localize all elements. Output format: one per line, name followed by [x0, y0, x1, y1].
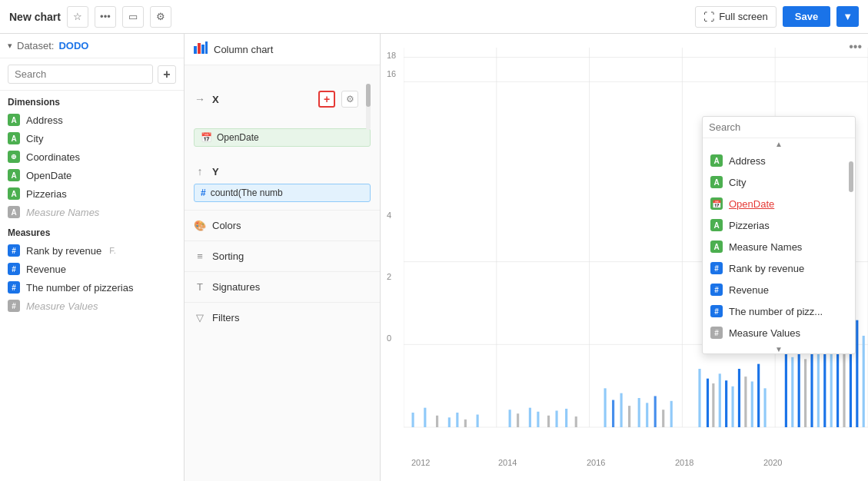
sidebar-item-number-pizzerias[interactable]: # The number of pizzerias — [0, 278, 184, 297]
badge-cal-icon: 📅 — [710, 197, 723, 210]
dropdown-item-measure-names[interactable]: A Measure Names — [703, 236, 855, 257]
chart-type-row: Column chart — [185, 34, 380, 65]
item-label: Rank by revenue — [26, 245, 101, 257]
svg-rect-28 — [565, 409, 567, 427]
y-label-4: 4 — [387, 211, 391, 220]
page-title: New chart — [9, 11, 61, 23]
add-dimension-button[interactable]: + — [158, 65, 176, 84]
sidebar-item-measure-names[interactable]: A Measure Names — [0, 203, 184, 221]
x-axis-icon: → — [194, 93, 206, 105]
item-label: OpenDate — [729, 198, 774, 210]
svg-rect-51 — [791, 357, 793, 427]
x-field-opendate[interactable]: 📅 OpenDate — [194, 128, 371, 147]
colors-icon: 🎨 — [194, 220, 206, 231]
item-label: Measure Values — [26, 300, 98, 312]
sorting-row[interactable]: ≡ Sorting — [194, 246, 371, 267]
item-label: Measure Values — [729, 327, 800, 339]
badge-hash-icon: # — [8, 300, 20, 312]
item-label: Coordinates — [26, 151, 80, 163]
expand-button[interactable]: ▭ — [122, 6, 144, 28]
x-settings-button[interactable]: ⚙ — [341, 91, 358, 108]
dropdown-scrollbar[interactable] — [849, 138, 853, 353]
badge-hash-icon: # — [8, 281, 20, 294]
chevron-down-icon[interactable]: ▾ — [8, 41, 12, 51]
y-label-16: 16 — [387, 69, 396, 78]
save-dropdown-button[interactable]: ▼ — [836, 6, 859, 27]
dropdown-item-address[interactable]: A Address — [703, 150, 855, 171]
search-input[interactable] — [8, 65, 153, 84]
sidebar-item-measure-values[interactable]: # Measure Values — [0, 297, 184, 315]
svg-rect-52 — [798, 344, 800, 427]
fullscreen-button[interactable]: ⛶ Full screen — [695, 6, 777, 28]
dropdown-item-revenue[interactable]: # Revenue — [703, 279, 855, 300]
item-label: Revenue — [26, 264, 66, 275]
svg-rect-40 — [707, 379, 709, 427]
hash-icon: # — [201, 187, 206, 198]
svg-rect-18 — [448, 417, 451, 427]
save-button[interactable]: Save — [783, 6, 830, 27]
item-label: OpenDate — [26, 170, 72, 181]
sidebar-item-address[interactable]: A Address — [0, 111, 184, 129]
top-bar-right: ⛶ Full screen Save ▼ — [695, 6, 859, 28]
colors-label: Colors — [212, 220, 241, 231]
sorting-label: Sorting — [212, 250, 244, 262]
sidebar-item-rank-revenue[interactable]: # Rank by revenue F. — [0, 241, 184, 260]
svg-rect-21 — [477, 415, 479, 427]
badge-a-icon: A — [8, 206, 20, 218]
sorting-icon: ≡ — [194, 250, 206, 262]
badge-hash-icon: # — [710, 305, 723, 317]
svg-rect-22 — [509, 410, 511, 427]
badge-hash-icon: # — [8, 244, 20, 257]
svg-rect-47 — [751, 381, 753, 427]
dropdown-search-input[interactable] — [709, 121, 849, 133]
svg-rect-1 — [198, 43, 201, 54]
sidebar-item-revenue[interactable]: # Revenue — [0, 260, 184, 278]
svg-rect-33 — [628, 406, 630, 427]
item-label: Measure Names — [26, 207, 99, 218]
badge-hash-icon: # — [8, 263, 20, 275]
signatures-row[interactable]: T Signatures — [194, 277, 371, 297]
badge-a-icon: A — [710, 154, 723, 167]
sidebar-item-opendate[interactable]: A OpenDate — [0, 166, 184, 184]
filters-row[interactable]: ▽ Filters — [194, 307, 371, 328]
item-label: Address — [729, 155, 766, 167]
sidebar-item-city[interactable]: A City — [0, 129, 184, 148]
measures-title: Measures — [0, 221, 184, 241]
svg-rect-55 — [817, 354, 820, 427]
y-label-2: 2 — [387, 272, 391, 281]
badge-hash-icon: # — [710, 284, 723, 296]
x-add-button[interactable]: + — [318, 91, 335, 108]
field-dropdown: ▲ A Address A City 📅 OpenDate A Pizzeria… — [702, 116, 856, 354]
dropdown-item-city[interactable]: A City — [703, 171, 855, 193]
svg-rect-59 — [843, 351, 845, 427]
svg-rect-34 — [638, 398, 640, 427]
svg-rect-62 — [863, 336, 865, 427]
more-button[interactable]: ••• — [95, 6, 116, 28]
dropdown-item-opendate[interactable]: 📅 OpenDate — [703, 193, 855, 214]
y-axis-icon: ↑ — [194, 165, 206, 177]
colors-row[interactable]: 🎨 Colors — [194, 215, 371, 236]
x-label-2014: 2014 — [498, 458, 517, 467]
filters-section: ▽ Filters — [185, 302, 380, 333]
svg-rect-60 — [850, 343, 852, 427]
x-label-2018: 2018 — [675, 458, 693, 467]
settings-button[interactable]: ⚙ — [150, 6, 171, 28]
svg-rect-17 — [436, 416, 438, 427]
dropdown-item-pizzerias[interactable]: A Pizzerias — [703, 214, 855, 236]
scroll-up-icon: ▲ — [703, 138, 855, 150]
sidebar-item-pizzerias[interactable]: A Pizzerias — [0, 184, 184, 203]
dropdown-item-measure-values[interactable]: # Measure Values — [703, 322, 855, 343]
dropdown-item-number-pizz[interactable]: # The number of pizz... — [703, 300, 855, 322]
dropdown-item-rank-revenue[interactable]: # Rank by revenue — [703, 257, 855, 279]
svg-rect-39 — [698, 369, 700, 427]
sidebar-item-coordinates[interactable]: ⊕ Coordinates — [0, 148, 184, 166]
svg-rect-19 — [456, 413, 458, 427]
dropdown-search-row — [703, 117, 855, 138]
column-chart-icon — [194, 41, 208, 57]
svg-rect-61 — [856, 320, 858, 427]
sorting-section: ≡ Sorting — [185, 240, 380, 271]
calendar-icon: 📅 — [201, 132, 212, 143]
y-field-countd[interactable]: # countd(The numb — [194, 184, 371, 202]
star-button[interactable]: ☆ — [67, 6, 88, 28]
item-label: The number of pizzerias — [26, 282, 133, 294]
